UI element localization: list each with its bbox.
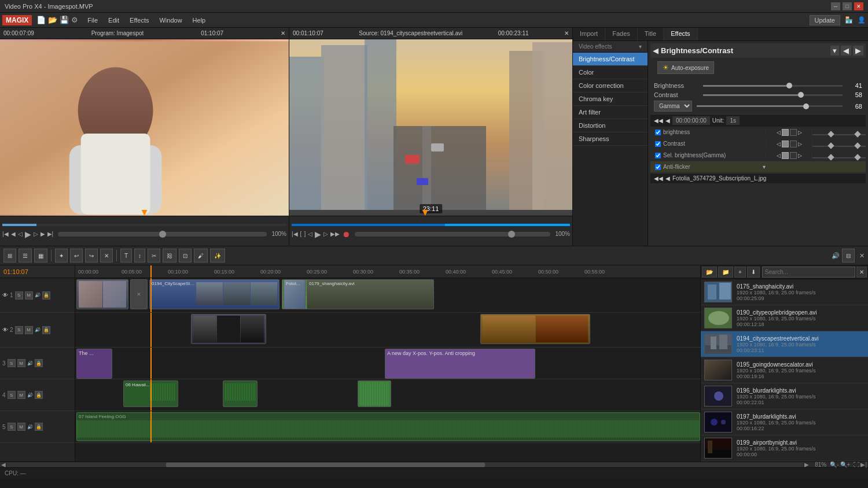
track1-lock-btn[interactable]: 🔒: [42, 291, 50, 300]
clip-woman[interactable]: [76, 279, 128, 309]
brush-btn[interactable]: 🖌: [194, 249, 208, 263]
close-button[interactable]: ✕: [854, 2, 863, 10]
clip-music3[interactable]: [358, 380, 391, 407]
gamma-select[interactable]: Gamma: [654, 101, 692, 112]
mixer-btn[interactable]: ⊟: [842, 249, 855, 263]
zoom-in-btn[interactable]: 🔍+: [840, 461, 851, 468]
kf-c-icon[interactable]: [782, 141, 789, 147]
store-icon[interactable]: 🏪: [845, 16, 853, 24]
right-preview-close[interactable]: ✕: [564, 30, 569, 36]
tab-import[interactable]: Import: [573, 28, 605, 40]
clip-island[interactable]: 07 Island Feeling.OGG: [76, 412, 700, 441]
track4-s-btn[interactable]: S: [8, 391, 16, 399]
track1-m-btn[interactable]: M: [25, 291, 33, 300]
auto-exposure-button[interactable]: ☀ Auto-exposure: [657, 61, 714, 74]
track5-s-btn[interactable]: S: [8, 423, 16, 431]
kf-c-icon2[interactable]: [790, 141, 797, 147]
contrast-thumb[interactable]: [798, 92, 804, 98]
clip-escalator[interactable]: [191, 314, 266, 344]
open-icon[interactable]: 📂: [48, 16, 57, 24]
kf-g-ctrl1[interactable]: ◁: [777, 153, 781, 158]
undo-btn[interactable]: ↩: [70, 249, 83, 263]
settings-icon[interactable]: ⚙: [71, 16, 78, 24]
media-clear-btn[interactable]: ✕: [856, 267, 867, 278]
left-preview-frame[interactable]: [0, 39, 289, 216]
kf-nav-left-icon[interactable]: ◀: [665, 117, 670, 124]
menu-edit[interactable]: Edit: [104, 16, 124, 25]
bc-next-icon[interactable]: ▶: [853, 46, 863, 56]
group-btn[interactable]: ⊡: [179, 249, 192, 263]
menu-help[interactable]: Help: [188, 16, 211, 25]
split-btn[interactable]: ✂: [148, 249, 160, 263]
menu-file[interactable]: File: [83, 16, 102, 25]
media-item-0195[interactable]: 0195_goingdownescalator.avi 1920 x 1080,…: [701, 357, 868, 383]
update-button[interactable]: Update: [810, 15, 840, 25]
left-next-frame-icon[interactable]: ▷: [34, 231, 38, 237]
kf-contrast-checkbox[interactable]: [655, 141, 661, 147]
kf-c-ctrl1[interactable]: ◁: [777, 141, 781, 147]
clip-airport-night[interactable]: [480, 314, 590, 344]
track4-vol-icon[interactable]: 🔊: [27, 393, 33, 398]
media-import-file-btn[interactable]: ⬇: [747, 267, 760, 278]
scrollbar-track[interactable]: [7, 463, 803, 467]
effect-item-chromakey[interactable]: Chroma key: [573, 93, 648, 106]
vol-icon[interactable]: 🔊: [832, 252, 840, 260]
right-volume-slider[interactable]: [355, 232, 550, 236]
kf-b-ctrl2[interactable]: ▷: [798, 130, 802, 135]
clip-anewday[interactable]: A new day X-pos. Y-pos. Anti cropping: [385, 349, 535, 379]
maximize-button[interactable]: □: [843, 2, 852, 10]
new-icon[interactable]: 📄: [36, 16, 46, 24]
kf-b-ctrl1[interactable]: ◁: [777, 130, 781, 135]
clip-cityscape[interactable]: 0194_CityScapeStreetVertical.avi: [149, 279, 279, 309]
brightness-slider[interactable]: [703, 85, 843, 87]
right-prev-icon[interactable]: ◁: [308, 231, 312, 237]
bc-bottom-icon2[interactable]: ◀: [665, 175, 670, 182]
track3-s-btn[interactable]: S: [8, 359, 16, 367]
right-start-icon[interactable]: |◀: [292, 231, 298, 237]
brightness-thumb[interactable]: [786, 83, 792, 88]
right-nextclip-icon[interactable]: ▶▶: [330, 231, 340, 237]
minimize-button[interactable]: ─: [831, 2, 840, 10]
bc-bottom-icon[interactable]: ◀◀: [654, 175, 663, 182]
fullscreen-btn[interactable]: ⛶: [854, 461, 859, 468]
track2-eye-icon[interactable]: 👁: [2, 327, 8, 333]
view-storyboard-btn[interactable]: ▦: [34, 249, 47, 263]
bc-back-icon[interactable]: ◀: [653, 46, 659, 55]
kf-g-icon[interactable]: [782, 152, 789, 159]
media-folder-btn[interactable]: 📁: [718, 267, 733, 278]
kf-collapse-icon[interactable]: ◀◀: [654, 117, 663, 124]
clip-fotolia[interactable]: Fotol...: [284, 279, 306, 309]
media-item-0194[interactable]: 0194_cityscapestreetvertical.avi 1920 x …: [701, 331, 868, 357]
media-item-0199[interactable]: 0199_airportbynight.avi 1920 x 1080, 16:…: [701, 435, 868, 461]
effects-dropdown-icon[interactable]: ▾: [639, 43, 642, 50]
right-play-icon[interactable]: ▶: [315, 230, 321, 239]
media-item-0175[interactable]: 0175_shanghaicity.avi 1920 x 1080, 16:9,…: [701, 279, 868, 305]
left-progress-bar[interactable]: [2, 224, 286, 226]
media-item-0196[interactable]: 0196_blurdarklights.avi 1920 x 1080, 16:…: [701, 383, 868, 409]
track4-m-btn[interactable]: M: [17, 391, 25, 399]
gamma-thumb[interactable]: [803, 103, 809, 109]
tab-effects[interactable]: Effects: [664, 28, 697, 40]
kf-g-icon2[interactable]: [790, 152, 797, 159]
right-preview-frame[interactable]: 23:11: [289, 39, 572, 216]
kf-g-ctrl2[interactable]: ▷: [798, 153, 802, 158]
right-next-icon[interactable]: ▷: [323, 231, 328, 237]
view-tracks-btn[interactable]: ⊞: [3, 249, 16, 263]
left-prev-icon[interactable]: ◀: [11, 231, 16, 237]
bc-prev-icon[interactable]: ◀: [841, 46, 851, 56]
bc-down-icon[interactable]: ▾: [830, 46, 839, 56]
track5-vol-icon[interactable]: 🔊: [27, 424, 33, 430]
track1-eye-icon[interactable]: 👁: [2, 292, 8, 298]
effect-item-distortion[interactable]: Distortion: [573, 119, 648, 132]
link-btn[interactable]: ⛓: [163, 249, 176, 263]
timeline-scrollbar[interactable]: ◀ ▶ 81% 🔍- 🔍+ ⛶ ▶|: [0, 461, 868, 467]
track2-m-btn[interactable]: M: [25, 326, 33, 334]
track2-s-btn[interactable]: S: [15, 326, 23, 334]
track1-vol-icon[interactable]: 🔊: [35, 293, 41, 298]
zoom-out-btn[interactable]: 🔍-: [830, 461, 838, 468]
effect-item-sharpness[interactable]: Sharpness: [573, 132, 648, 146]
track3-lock-btn[interactable]: 🔒: [35, 359, 43, 367]
kf-antiflicker-checkbox[interactable]: [655, 164, 661, 170]
kf-brightness-checkbox[interactable]: [655, 130, 661, 135]
clip-music2[interactable]: [223, 380, 258, 407]
